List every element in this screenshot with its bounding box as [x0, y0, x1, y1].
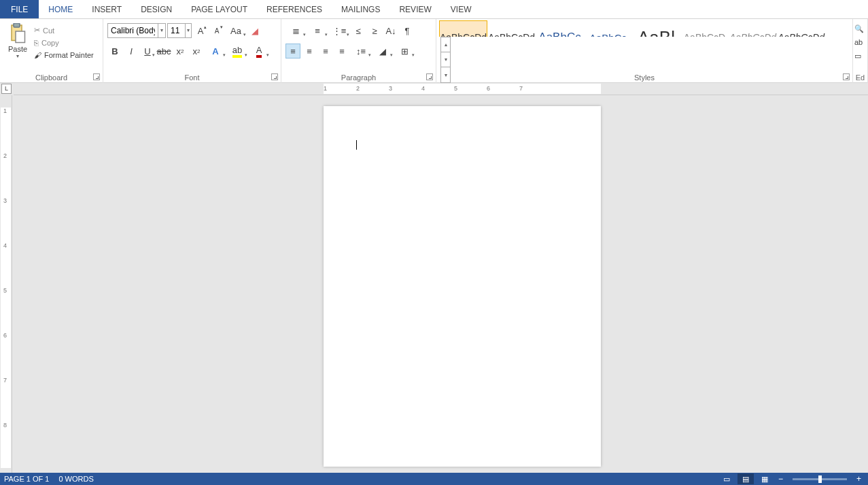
bold-button[interactable]: B: [107, 44, 122, 58]
tab-page-layout[interactable]: PAGE LAYOUT: [181, 0, 257, 18]
paste-button[interactable]: Paste ▾: [4, 22, 31, 61]
group-editing: 🔍 ab ▭ Ed: [853, 19, 868, 83]
zoom-slider-thumb[interactable]: [818, 475, 822, 483]
read-mode-button[interactable]: ▭: [718, 473, 735, 484]
hruler-tick: 5: [454, 85, 457, 92]
zoom-out-button[interactable]: −: [776, 474, 786, 484]
font-color-button[interactable]: A: [249, 44, 269, 58]
line-spacing-button[interactable]: ↕≡: [351, 44, 371, 58]
copy-button[interactable]: ⎘Copy: [33, 37, 95, 48]
vertical-ruler[interactable]: 12345678: [0, 95, 12, 473]
tab-selector[interactable]: L: [1, 84, 12, 94]
zoom-slider[interactable]: [793, 478, 847, 480]
style-preview: AaBbCc: [585, 27, 631, 37]
font-size-dropdown[interactable]: ▾: [185, 24, 191, 37]
tab-review[interactable]: REVIEW: [389, 0, 440, 18]
show-hide-button[interactable]: ¶: [400, 23, 415, 38]
style-item-emphasis[interactable]: AaBbCcDdEmphasis: [777, 20, 825, 37]
paragraph-launcher[interactable]: [426, 73, 433, 80]
style-item-title[interactable]: AaBlTitle: [632, 20, 680, 37]
line-spacing-icon: ↕≡: [356, 46, 366, 56]
font-name-dropdown[interactable]: ▾: [158, 24, 165, 37]
highlight-button[interactable]: ab: [227, 44, 247, 58]
tab-mailings[interactable]: MAILINGS: [332, 0, 389, 18]
styles-scroll-down[interactable]: ▾: [441, 52, 450, 67]
svg-rect-1: [14, 23, 20, 27]
web-layout-button[interactable]: ▦: [757, 473, 773, 484]
hruler-tick: 1: [324, 85, 327, 92]
styles-scroll-up[interactable]: ▴: [441, 37, 450, 52]
shrink-font-button[interactable]: A▾: [209, 23, 224, 38]
cut-button[interactable]: ✂Cut: [33, 24, 95, 36]
superscript-button[interactable]: x2: [189, 44, 204, 58]
align-left-button[interactable]: ≡: [285, 44, 300, 58]
vruler-tick: 3: [3, 197, 7, 204]
style-item---normal[interactable]: AaBbCcDd¶ Normal: [439, 20, 487, 37]
change-case-button[interactable]: Aa: [226, 23, 246, 38]
group-font: ▾ ▾ A▴ A▾ Aa ◢ B I U abc x2 x2 A ab A Fo…: [103, 19, 281, 83]
align-left-icon: ≡: [290, 46, 296, 56]
paint-bucket-icon: ◢: [379, 46, 386, 56]
subscript-button[interactable]: x2: [173, 44, 188, 58]
clipboard-group-label: Clipboard: [0, 73, 103, 82]
multilevel-list-button[interactable]: ⋮≡: [329, 23, 349, 38]
font-size-input[interactable]: [168, 26, 185, 35]
text-cursor: [356, 140, 357, 150]
styles-launcher[interactable]: [843, 73, 850, 80]
format-painter-button[interactable]: 🖌Format Painter: [33, 50, 95, 61]
style-item-heading-1[interactable]: AaBbCcHeading 1: [536, 20, 584, 37]
borders-button[interactable]: ⊞: [394, 44, 415, 58]
horizontal-ruler[interactable]: 1234567: [14, 83, 868, 95]
zoom-in-button[interactable]: +: [854, 474, 864, 484]
style-item-heading-2[interactable]: AaBbCcHeading 2: [584, 20, 632, 37]
numbering-button[interactable]: ≡: [307, 23, 328, 38]
text-effects-button[interactable]: A: [205, 44, 226, 58]
page-count[interactable]: PAGE 1 OF 1: [4, 475, 49, 483]
print-layout-button[interactable]: ▤: [737, 473, 754, 484]
style-item---no-spac---[interactable]: AaBbCcDd¶ No Spac...: [487, 20, 536, 37]
editing-group-label: Ed: [853, 73, 867, 82]
font-name-input[interactable]: [108, 26, 158, 35]
eraser-icon: ◢: [251, 26, 258, 36]
tab-references[interactable]: REFERENCES: [257, 0, 332, 18]
decrease-indent-button[interactable]: ≤: [351, 23, 366, 38]
tab-home[interactable]: HOME: [39, 0, 82, 18]
italic-button[interactable]: I: [124, 44, 139, 58]
tab-insert[interactable]: INSERT: [82, 0, 131, 18]
style-item-subtitle[interactable]: AaBbCcDSubtitle: [680, 20, 729, 37]
increase-indent-button[interactable]: ≥: [367, 23, 382, 38]
print-layout-icon: ▤: [742, 475, 749, 484]
word-count[interactable]: 0 WORDS: [58, 475, 93, 483]
find-button[interactable]: 🔍: [853, 22, 867, 35]
font-name-combo[interactable]: ▾: [107, 23, 166, 38]
grow-font-button[interactable]: A▴: [193, 23, 208, 38]
tab-view[interactable]: VIEW: [441, 0, 481, 18]
font-launcher[interactable]: [271, 73, 278, 80]
paste-label: Paste: [4, 45, 31, 53]
replace-button[interactable]: ab: [853, 35, 867, 49]
justify-button[interactable]: ≡: [334, 44, 349, 58]
align-center-button[interactable]: ≡: [302, 44, 317, 58]
tab-design[interactable]: DESIGN: [131, 0, 181, 18]
ribbon-tabs: FILE HOME INSERT DESIGN PAGE LAYOUT REFE…: [0, 0, 868, 19]
bullets-icon: ≣: [292, 26, 300, 36]
underline-button[interactable]: U: [140, 44, 155, 58]
paste-dropdown-arrow[interactable]: ▾: [4, 53, 31, 59]
clear-formatting-button[interactable]: ◢: [247, 23, 262, 38]
vruler-tick: 7: [3, 377, 7, 384]
shading-button[interactable]: ◢: [372, 44, 393, 58]
group-clipboard: Paste ▾ ✂Cut ⎘Copy 🖌Format Painter Clipb…: [0, 19, 103, 83]
select-button[interactable]: ▭: [853, 49, 867, 63]
replace-icon: ab: [854, 38, 863, 46]
clipboard-launcher[interactable]: [93, 73, 100, 80]
tab-file[interactable]: FILE: [0, 0, 39, 18]
document-area: L 1234567 12345678: [0, 83, 868, 473]
bullets-button[interactable]: ≣: [285, 23, 306, 38]
font-size-combo[interactable]: ▾: [167, 23, 192, 38]
strikethrough-button[interactable]: abc: [156, 44, 171, 58]
document-page[interactable]: [324, 106, 601, 467]
style-item-subtle-em---[interactable]: AaBbCcDdSubtle Em...: [729, 20, 777, 37]
sort-button[interactable]: A↓: [383, 23, 398, 38]
hruler-tick: 2: [356, 85, 360, 92]
align-right-button[interactable]: ≡: [318, 44, 333, 58]
